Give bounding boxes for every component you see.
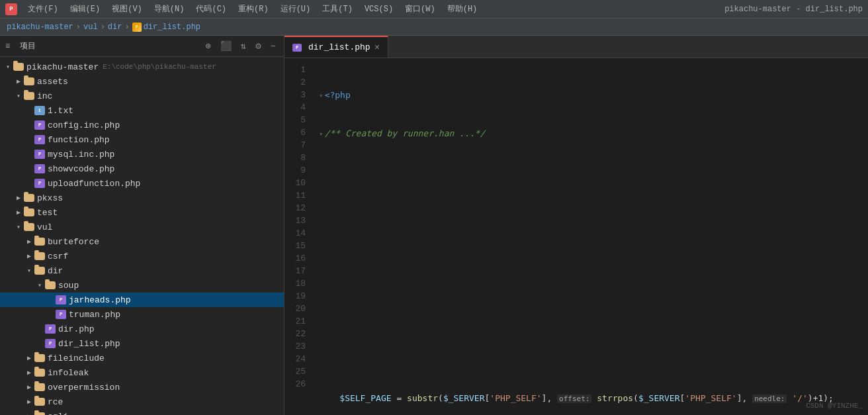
test-folder-icon (24, 208, 34, 216)
sidebar-sort-icon[interactable]: ⇅ (238, 39, 249, 53)
line-numbers: 1 2 3 4 5 6 7 8 9 10 11 12 13 14 15 16 1… (284, 58, 314, 415)
tree-item-dir[interactable]: ▾ dir (0, 263, 284, 278)
file-config: config.inc.php (48, 120, 120, 130)
rce-label: rce (48, 397, 63, 407)
tab-dir-list[interactable]: P dir_list.php × (284, 36, 388, 58)
breadcrumb-vul[interactable]: vul (83, 23, 98, 32)
tree-item-vul[interactable]: ▾ vul (0, 220, 284, 234)
assets-label: assets (37, 77, 68, 87)
root-label: pikachu-master (26, 62, 99, 72)
ln-16: 16 (284, 252, 314, 265)
menu-run[interactable]: 运行(U) (275, 2, 316, 16)
dir-label: dir (48, 266, 63, 276)
code-content[interactable]: ▾<?php ▾/** Created by runner.han ...*/ … (314, 58, 868, 415)
pkxss-label: pkxss (37, 193, 63, 203)
watermark: CSDN @YINZHE_ (806, 402, 863, 410)
file-truman: truman.php (69, 310, 120, 320)
tree-item-csrf[interactable]: ▶ csrf (0, 249, 284, 263)
code-line-7 (319, 316, 868, 329)
sqli-label: sqli (48, 412, 68, 416)
menu-vcs[interactable]: VCS(S) (359, 3, 398, 15)
code-line-4 (319, 203, 868, 216)
overpermission-folder-icon (34, 383, 45, 391)
php-file-icon-4: P (34, 164, 45, 173)
file-1txt: 1.txt (48, 106, 73, 116)
tree-item-overpermission[interactable]: ▶ overpermission (0, 380, 284, 394)
tree-item-function[interactable]: P function.php (0, 132, 284, 147)
menu-nav[interactable]: 导航(N) (149, 2, 190, 16)
tree-item-inc[interactable]: ▾ inc (0, 89, 284, 103)
menu-window[interactable]: 窗口(W) (400, 2, 441, 16)
sidebar-collapse-icon[interactable]: ⬛ (218, 39, 234, 53)
tab-bar: P dir_list.php × (284, 36, 868, 58)
tree-item-soup[interactable]: ▾ soup (0, 278, 284, 293)
rce-folder-icon (34, 398, 45, 406)
code-editor: 1 2 3 4 5 6 7 8 9 10 11 12 13 14 15 16 1… (284, 58, 868, 415)
sidebar-add-icon[interactable]: ⊕ (202, 39, 213, 53)
file-showvcode: showvcode.php (48, 164, 114, 174)
tree-item-config[interactable]: P config.inc.php (0, 118, 284, 132)
menu-edit[interactable]: 编辑(E) (65, 2, 106, 16)
code-line-1: ▾<?php (319, 89, 868, 102)
tree-item-jarheads[interactable]: P jarheads.php (0, 293, 284, 307)
menu-code[interactable]: 代码(C) (191, 2, 232, 16)
tree-item-1txt[interactable]: t 1.txt (0, 103, 284, 118)
menu-help[interactable]: 帮助(H) (442, 2, 483, 16)
dirphp-icon: P (45, 324, 56, 334)
window-title: pikachu-master - dir_list.php (724, 5, 863, 14)
code-line-9: $SELF_PAGE = substr($_SERVER['PHP_SELF']… (319, 392, 868, 405)
jarheads-icon: P (56, 295, 66, 304)
sidebar-settings-icon[interactable]: ⚙ (253, 39, 263, 53)
breadcrumb-root[interactable]: pikachu-master (7, 23, 73, 32)
burteforce-label: burteforce (48, 237, 99, 247)
file-uploadfunction: uploadfunction.php (48, 179, 140, 189)
ln-5: 5 (284, 114, 314, 126)
file-mysql: mysql.inc.php (48, 150, 114, 160)
ln-22: 22 (284, 328, 314, 340)
ln-14: 14 (284, 227, 314, 240)
ln-23: 23 (284, 340, 314, 353)
ln-8: 8 (284, 152, 314, 164)
csrf-folder-icon (34, 252, 45, 260)
tree-item-truman[interactable]: P truman.php (0, 307, 284, 322)
menu-file[interactable]: 文件(F) (22, 2, 64, 16)
sidebar: ≡ 项目 ⊕ ⬛ ⇅ ⚙ − ▾ pikachu-master E:\code\… (0, 36, 284, 415)
php-file-icon-5: P (34, 179, 45, 188)
vul-folder-icon (24, 223, 34, 231)
ln-24: 24 (284, 353, 314, 365)
tree-item-test[interactable]: ▶ test (0, 205, 284, 220)
menu-refactor[interactable]: 重构(R) (233, 2, 274, 16)
sidebar-minimize-icon[interactable]: − (268, 40, 279, 53)
breadcrumb-dir[interactable]: dir (108, 23, 122, 32)
main-layout: ≡ 项目 ⊕ ⬛ ⇅ ⚙ − ▾ pikachu-master E:\code\… (0, 36, 868, 415)
breadcrumb-sep-3: › (124, 23, 129, 32)
tree-item-infoleak[interactable]: ▶ infoleak (0, 365, 284, 380)
tree-item-rce[interactable]: ▶ rce (0, 394, 284, 409)
burteforce-folder-icon (34, 238, 45, 246)
inc-folder-icon (24, 92, 34, 100)
menu-view[interactable]: 视图(V) (107, 2, 148, 16)
breadcrumb-file[interactable]: dir_list.php (144, 23, 200, 32)
tree-item-uploadfunction[interactable]: P uploadfunction.php (0, 176, 284, 191)
tree-item-sqli[interactable]: ▶ sqli (0, 409, 284, 415)
overpermission-label: overpermission (48, 383, 120, 392)
tree-item-assets[interactable]: ▶ assets (0, 74, 284, 89)
tree-item-pkxss[interactable]: ▶ pkxss (0, 191, 284, 205)
tree-item-root[interactable]: ▾ pikachu-master E:\code\php\pikachu-mas… (0, 60, 284, 74)
tree-item-mysql[interactable]: P mysql.inc.php (0, 147, 284, 161)
tree-item-dirlist[interactable]: P dir_list.php (0, 336, 284, 351)
tree-item-dirphp[interactable]: P dir.php (0, 322, 284, 336)
sqli-folder-icon (34, 412, 45, 415)
csrf-label: csrf (48, 252, 68, 261)
file-function: function.php (48, 135, 110, 145)
vul-label: vul (37, 222, 52, 232)
file-tree[interactable]: ▾ pikachu-master E:\code\php\pikachu-mas… (0, 57, 284, 415)
php-file-icon: P (34, 120, 45, 130)
menu-tools[interactable]: 工具(T) (317, 2, 358, 16)
root-folder-icon (13, 63, 24, 71)
ln-12: 12 (284, 202, 314, 214)
tree-item-burteforce[interactable]: ▶ burteforce (0, 234, 284, 249)
tab-close-button[interactable]: × (374, 42, 380, 53)
tree-item-fileinclude[interactable]: ▶ fileinclude (0, 351, 284, 365)
tree-item-showvcode[interactable]: P showvcode.php (0, 161, 284, 176)
